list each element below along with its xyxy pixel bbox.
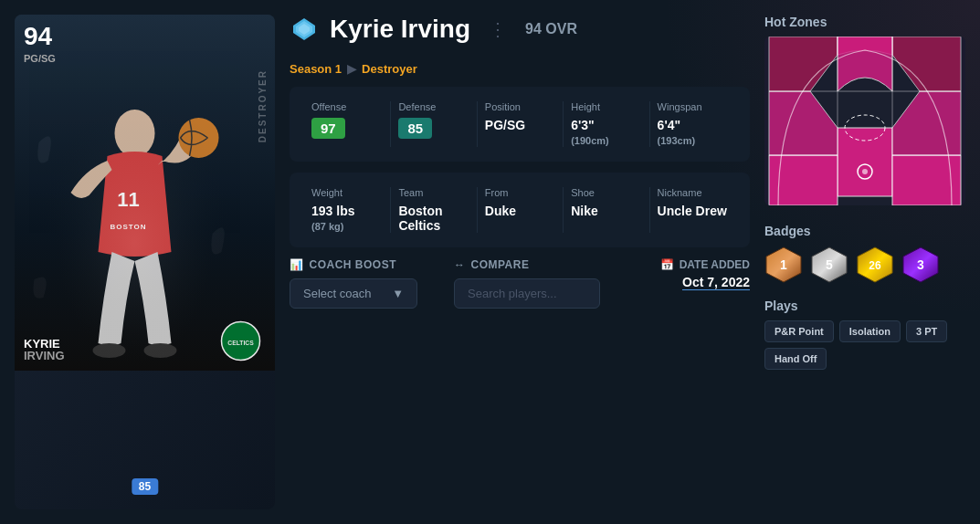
stat-wingspan: Wingspan 6'4" (193cm) [649, 101, 735, 147]
actions-row: 📊 Coach Boost Select coach ▼ ↔ Compare [290, 258, 750, 309]
badge-bronze: 1 [764, 246, 803, 284]
offense-value: 97 [311, 118, 345, 139]
play-tag-pr-point: P&R Point [764, 320, 834, 342]
stat-nickname: Nickname Uncle Drew [649, 187, 735, 233]
from-label: From [485, 187, 509, 198]
breadcrumb-arrow: ▶ [347, 62, 356, 76]
date-added-label: 📅 Date Added [660, 258, 750, 271]
nickname-value: Uncle Drew [658, 204, 727, 218]
stat-position: Position PG/SG [477, 101, 563, 147]
coach-boost-label: 📊 Coach Boost [290, 258, 417, 271]
shoe-label: Shoe [571, 187, 595, 198]
nickname-label: Nickname [658, 187, 702, 198]
calendar-icon: 📅 [660, 258, 674, 271]
svg-rect-13 [838, 128, 892, 196]
player-card: 94 PG/SG DESTROYER 11 BOSTON [15, 15, 275, 509]
badges-title: Badges [764, 224, 965, 238]
coach-boost-icon: 📊 [290, 258, 304, 271]
svg-text:1: 1 [780, 257, 787, 272]
stat-from: From Duke [477, 187, 563, 233]
player-header: Kyrie Irving ⋮ 94 OVR [290, 15, 750, 51]
compare-label: ↔ Compare [454, 258, 600, 271]
card-position: PG/SG [24, 53, 56, 64]
position-label: Position [485, 101, 521, 112]
from-value: Duke [485, 204, 516, 218]
stat-shoe: Shoe Nike [563, 187, 648, 233]
hot-zones-svg [764, 37, 965, 205]
compare-icon: ↔ [454, 258, 466, 271]
date-added-section: 📅 Date Added Oct 7, 2022 [660, 258, 750, 290]
defense-badge: 85 [132, 478, 158, 495]
search-players-input[interactable]: Search players... [454, 278, 600, 309]
player-last-name: IRVING [24, 350, 65, 362]
ovr-divider: ⋮ [489, 18, 507, 40]
svg-text:CELTICS: CELTICS [227, 340, 254, 346]
play-tag-isolation: Isolation [839, 320, 901, 342]
defense-value: 85 [398, 118, 432, 139]
badges-row: 1 5 [764, 246, 965, 284]
stats-grid-row2: Weight 193 lbs (87 kg) Team Boston Celti… [290, 173, 750, 247]
breadcrumb-series: Destroyer [362, 62, 417, 76]
hot-zones-title: Hot Zones [764, 15, 965, 29]
compare-section: ↔ Compare Search players... [454, 258, 600, 309]
diamond-icon [290, 15, 319, 44]
dropdown-arrow-icon: ▼ [392, 287, 404, 300]
player-name-main: Kyrie Irving [330, 15, 470, 44]
badges-section: Badges 1 [764, 224, 965, 284]
search-placeholder: Search players... [468, 287, 557, 300]
wingspan-value: 6'4" (193cm) [658, 118, 696, 147]
badge-silver: 5 [810, 246, 848, 284]
offense-label: Offense [311, 101, 346, 112]
weight-value: 193 lbs (87 kg) [311, 204, 354, 233]
position-value: PG/SG [485, 118, 525, 132]
svg-text:3: 3 [917, 257, 924, 272]
height-value: 6'3" (190cm) [571, 118, 609, 147]
stat-defense: Defense 85 [390, 101, 476, 147]
weight-label: Weight [311, 187, 342, 198]
stats-grid-row1: Offense 97 Defense 85 Position PG/SG Hei… [290, 87, 750, 162]
svg-text:5: 5 [826, 257, 833, 272]
stat-height: Height 6'3" (190cm) [563, 101, 648, 147]
height-label: Height [571, 101, 600, 112]
badge-purple: 3 [901, 246, 940, 284]
team-logo: CELTICS [220, 320, 261, 362]
card-series-text: DESTROYER [258, 69, 268, 142]
defense-label: Defense [398, 101, 436, 112]
svg-point-15 [862, 169, 868, 174]
info-panel: Kyrie Irving ⋮ 94 OVR Season 1 ▶ Destroy… [290, 15, 750, 509]
player-silhouette-svg: 11 BOSTON [29, 51, 239, 371]
right-panel: Hot Zones [764, 15, 965, 509]
svg-text:26: 26 [869, 259, 881, 272]
plays-title: Plays [764, 299, 965, 313]
wingspan-label: Wingspan [658, 101, 702, 112]
breadcrumb: Season 1 ▶ Destroyer [290, 62, 750, 76]
plays-section: Plays P&R Point Isolation 3 PT Hand Off [764, 299, 965, 370]
coach-boost-section: 📊 Coach Boost Select coach ▼ [290, 258, 417, 309]
team-value: Boston Celtics [398, 204, 469, 233]
stat-weight: Weight 193 lbs (87 kg) [304, 187, 390, 233]
breadcrumb-season: Season 1 [290, 62, 342, 76]
shoe-value: Nike [571, 204, 598, 218]
stat-offense: Offense 97 [304, 101, 390, 147]
team-label: Team [398, 187, 423, 198]
plays-row: P&R Point Isolation 3 PT Hand Off [764, 320, 965, 370]
play-tag-handoff: Hand Off [764, 348, 827, 370]
card-rating: 94 [24, 24, 52, 49]
play-tag-3pt: 3 PT [906, 320, 947, 342]
badge-gold: 26 [856, 246, 894, 284]
svg-rect-6 [29, 51, 239, 371]
player-card-inner: 94 PG/SG DESTROYER 11 BOSTON [15, 15, 275, 371]
date-value: Oct 7, 2022 [682, 275, 750, 290]
select-coach-button[interactable]: Select coach ▼ [290, 278, 417, 309]
stat-team: Team Boston Celtics [390, 187, 476, 233]
player-name-card: KYRIE IRVING [24, 338, 65, 362]
select-coach-text: Select coach [303, 287, 371, 300]
ovr-value: 94 OVR [525, 21, 577, 37]
left-actions: 📊 Coach Boost Select coach ▼ ↔ Compare [290, 258, 600, 309]
hot-zones-container: Hot Zones [764, 15, 965, 209]
